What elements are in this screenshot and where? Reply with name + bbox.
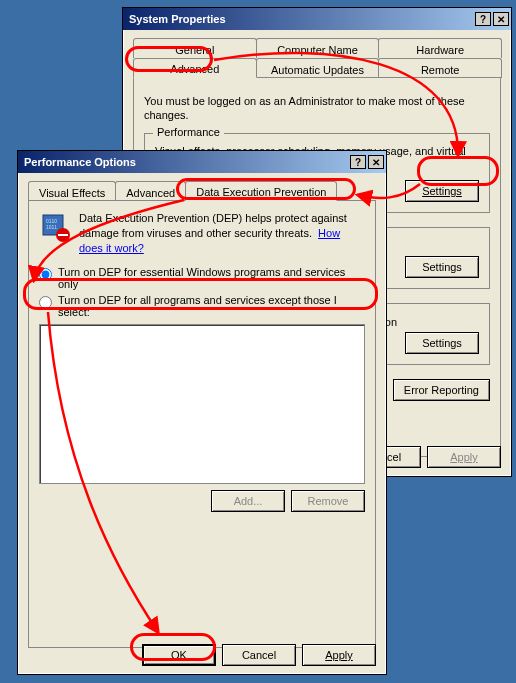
svg-rect-4 — [58, 234, 68, 236]
perf-cancel-button[interactable]: Cancel — [222, 644, 296, 666]
help-button[interactable]: ? — [475, 12, 491, 26]
performance-options-window: Performance Options ? ✕ Visual Effects A… — [17, 150, 387, 675]
startup-settings-button[interactable]: Settings — [405, 332, 479, 354]
sysprops-apply-button[interactable]: Apply — [427, 446, 501, 468]
perf-apply-button[interactable]: Apply — [302, 644, 376, 666]
dep-radio-essential[interactable]: Turn on DEP for essential Windows progra… — [39, 266, 365, 290]
dep-radio-all-input[interactable] — [39, 296, 52, 309]
tab-visual-effects[interactable]: Visual Effects — [28, 181, 116, 201]
tab-hardware[interactable]: Hardware — [378, 38, 502, 58]
system-properties-title: System Properties — [129, 13, 226, 25]
dep-tab-panel: 0110 1011 Data Execution Prevention (DEP… — [28, 200, 376, 648]
dep-radio-all[interactable]: Turn on DEP for all programs and service… — [39, 294, 365, 318]
error-reporting-button[interactable]: Error Reporting — [393, 379, 490, 401]
dep-add-button[interactable]: Add... — [211, 490, 285, 512]
close-button[interactable]: ✕ — [493, 12, 509, 26]
performance-settings-button[interactable]: Settings — [405, 180, 479, 202]
dep-radio-essential-input[interactable] — [39, 268, 52, 281]
performance-options-title: Performance Options — [24, 156, 136, 168]
tab-computer-name[interactable]: Computer Name — [256, 38, 380, 58]
user-profiles-settings-button[interactable]: Settings — [405, 256, 479, 278]
tab-perf-advanced[interactable]: Advanced — [115, 181, 186, 201]
dep-remove-button[interactable]: Remove — [291, 490, 365, 512]
tab-automatic-updates[interactable]: Automatic Updates — [256, 58, 380, 78]
dep-radio-essential-label: Turn on DEP for essential Windows progra… — [58, 266, 365, 290]
tab-dep[interactable]: Data Execution Prevention — [185, 181, 337, 201]
performance-legend: Performance — [153, 126, 224, 138]
tab-advanced[interactable]: Advanced — [133, 58, 257, 78]
close-button[interactable]: ✕ — [368, 155, 384, 169]
admin-note: You must be logged on as an Administrato… — [144, 94, 490, 123]
system-properties-titlebar[interactable]: System Properties ? ✕ — [123, 8, 511, 30]
dep-radio-all-label: Turn on DEP for all programs and service… — [58, 294, 365, 318]
performance-options-titlebar[interactable]: Performance Options ? ✕ — [18, 151, 386, 173]
tab-general[interactable]: General — [133, 38, 257, 58]
dep-exception-list[interactable] — [39, 324, 365, 484]
dep-intro-text: Data Execution Prevention (DEP) helps pr… — [79, 211, 365, 256]
tab-remote[interactable]: Remote — [378, 58, 502, 78]
perf-ok-button[interactable]: OK — [142, 644, 216, 666]
help-button[interactable]: ? — [350, 155, 366, 169]
dep-chip-icon: 0110 1011 — [39, 211, 71, 243]
svg-text:1011: 1011 — [46, 224, 57, 230]
